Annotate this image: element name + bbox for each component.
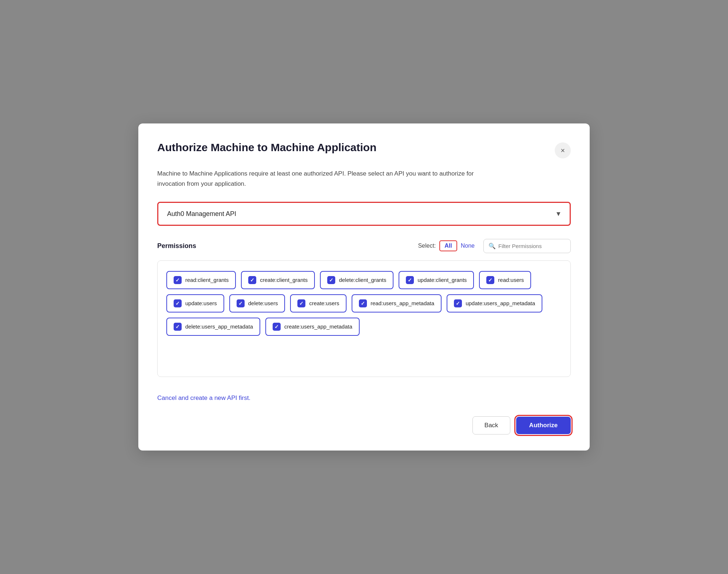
permission-chip[interactable]: create:users_app_metadata [265,318,360,336]
select-all-button[interactable]: All [439,240,457,251]
permission-chip[interactable]: delete:users [229,294,285,312]
permission-label: create:users [309,300,339,306]
permission-chip[interactable]: update:users [166,294,224,312]
permission-chip[interactable]: read:users [479,271,531,289]
permission-label: delete:users [248,300,278,306]
permission-chip[interactable]: update:client_grants [399,271,474,289]
permission-checkbox [297,299,305,307]
permission-label: create:client_grants [260,277,308,283]
close-button[interactable]: × [555,142,571,158]
permission-chip[interactable]: read:client_grants [166,271,236,289]
permission-chip[interactable]: create:client_grants [241,271,315,289]
permission-checkbox [359,299,367,307]
permission-label: read:users [498,277,524,283]
permissions-box: read:client_grantscreate:client_grantsde… [157,260,571,377]
permission-label: update:users [185,300,217,306]
permission-checkbox [273,323,281,331]
permission-chip[interactable]: read:users_app_metadata [352,294,442,312]
permission-checkbox [486,276,494,284]
permission-label: create:users_app_metadata [284,323,352,330]
permission-label: delete:client_grants [339,277,386,283]
permission-label: read:client_grants [185,277,229,283]
permission-chip[interactable]: delete:client_grants [320,271,393,289]
modal-description: Machine to Machine Applications require … [157,169,485,188]
modal-footer: Back Authorize [157,416,571,435]
select-none-button[interactable]: None [458,241,478,251]
back-button[interactable]: Back [472,416,510,435]
modal-dialog: Authorize Machine to Machine Application… [138,123,590,450]
permissions-section: Permissions Select: All None 🔍 read:clie… [157,239,571,377]
permission-label: update:users_app_metadata [466,300,535,306]
permission-checkbox [237,299,245,307]
select-label: Select: [418,243,436,249]
modal-overlay: Authorize Machine to Machine Application… [0,0,728,574]
authorize-button[interactable]: Authorize [516,417,571,434]
permission-chip[interactable]: create:users [290,294,347,312]
permission-label: read:users_app_metadata [371,300,434,306]
permission-checkbox [248,276,256,284]
permissions-header: Permissions Select: All None 🔍 [157,239,571,253]
permission-checkbox [174,299,182,307]
permission-checkbox [174,276,182,284]
cancel-link[interactable]: Cancel and create a new API first. [157,394,250,402]
api-select-dropdown[interactable]: Auth0 Management API [158,203,570,225]
filter-permissions-input[interactable] [483,239,571,253]
search-icon: 🔍 [488,243,496,249]
filter-input-wrapper: 🔍 [483,239,571,253]
permission-checkbox [454,299,462,307]
modal-title: Authorize Machine to Machine Application [157,141,376,154]
modal-header: Authorize Machine to Machine Application… [157,141,571,158]
api-select-wrapper: Auth0 Management API ▼ [157,202,571,226]
permissions-label: Permissions [157,242,196,250]
permissions-grid: read:client_grantscreate:client_grantsde… [166,271,562,336]
permission-checkbox [174,323,182,331]
permission-checkbox [327,276,335,284]
permission-label: delete:users_app_metadata [185,323,253,330]
permission-checkbox [406,276,414,284]
permission-label: update:client_grants [418,277,467,283]
permission-chip[interactable]: delete:users_app_metadata [166,318,260,336]
permission-chip[interactable]: update:users_app_metadata [447,294,542,312]
